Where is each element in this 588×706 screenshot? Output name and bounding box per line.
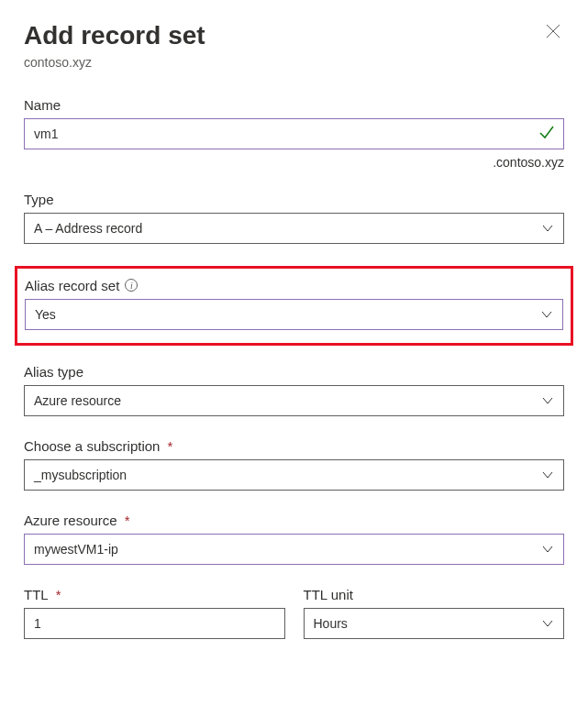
chevron-down-icon bbox=[541, 222, 554, 235]
alias-type-select[interactable]: Azure resource bbox=[24, 385, 564, 416]
ttl-unit-label: TTL unit bbox=[304, 587, 565, 602]
ttl-label: TTL* bbox=[24, 587, 285, 602]
page-subtitle: contoso.xyz bbox=[24, 55, 564, 70]
page-title: Add record set bbox=[24, 20, 205, 51]
azure-resource-value: mywestVM1-ip bbox=[34, 542, 118, 557]
subscription-label: Choose a subscription* bbox=[24, 438, 564, 454]
alias-record-set-value: Yes bbox=[35, 307, 56, 322]
azure-resource-select[interactable]: mywestVM1-ip bbox=[24, 534, 564, 565]
type-value: A – Address record bbox=[34, 221, 142, 236]
checkmark-icon bbox=[538, 124, 555, 144]
ttl-unit-value: Hours bbox=[314, 616, 348, 631]
alias-record-set-highlight: Alias record set i Yes bbox=[15, 266, 573, 346]
name-label: Name bbox=[24, 97, 564, 113]
chevron-down-icon bbox=[540, 308, 553, 321]
info-icon[interactable]: i bbox=[125, 279, 138, 292]
alias-type-value: Azure resource bbox=[34, 393, 121, 408]
alias-record-set-select[interactable]: Yes bbox=[25, 299, 563, 330]
name-input[interactable] bbox=[24, 118, 564, 149]
close-button[interactable] bbox=[542, 20, 564, 42]
type-label: Type bbox=[24, 192, 564, 207]
alias-type-label: Alias type bbox=[24, 364, 564, 380]
ttl-input[interactable] bbox=[24, 608, 285, 639]
azure-resource-label: Azure resource* bbox=[24, 513, 564, 528]
subscription-select[interactable]: _mysubscription bbox=[24, 459, 564, 491]
required-indicator: * bbox=[125, 513, 130, 528]
name-suffix: .contoso.xyz bbox=[24, 155, 564, 170]
ttl-unit-select[interactable]: Hours bbox=[304, 608, 565, 639]
subscription-value: _mysubscription bbox=[34, 468, 127, 482]
chevron-down-icon bbox=[541, 543, 554, 556]
alias-record-set-label: Alias record set i bbox=[25, 278, 563, 293]
required-indicator: * bbox=[167, 438, 172, 454]
chevron-down-icon bbox=[541, 469, 554, 481]
chevron-down-icon bbox=[541, 394, 554, 407]
close-icon bbox=[546, 24, 560, 39]
type-select[interactable]: A – Address record bbox=[24, 213, 564, 244]
chevron-down-icon bbox=[541, 617, 554, 630]
required-indicator: * bbox=[56, 587, 61, 602]
